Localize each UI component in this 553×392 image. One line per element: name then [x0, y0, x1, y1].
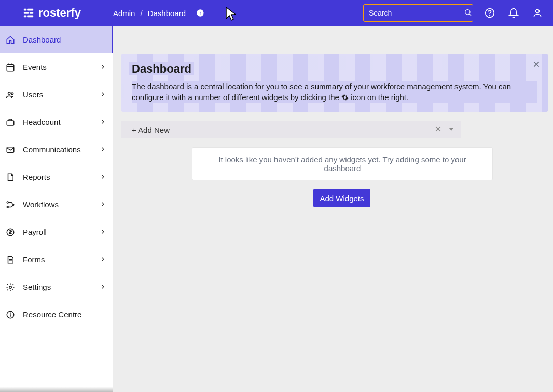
brand-name: rosterfy	[38, 6, 81, 20]
sidebar-item-label: Payroll	[23, 228, 47, 236]
global-search[interactable]	[363, 4, 473, 22]
chevron-right-icon	[100, 118, 106, 127]
svg-point-12	[536, 9, 540, 13]
user-icon[interactable]	[532, 8, 543, 18]
breadcrumb-sep: /	[140, 9, 142, 18]
main-content: Dashboard The dashboard is a central loc…	[113, 26, 553, 392]
chevron-right-icon	[100, 173, 106, 181]
bell-icon[interactable]	[508, 8, 519, 18]
svg-point-17	[8, 92, 11, 94]
svg-rect-1	[27, 9, 33, 11]
chevron-down-icon[interactable]	[447, 125, 455, 135]
sidebar-item-headcount[interactable]: Headcount	[0, 108, 113, 136]
svg-rect-4	[24, 16, 27, 18]
breadcrumb-current[interactable]: Dashboard	[148, 9, 186, 18]
sidebar-item-label: Events	[23, 63, 47, 72]
sidebar-item-communications[interactable]: Communications	[0, 136, 113, 163]
sidebar-item-label: Communications	[23, 145, 81, 154]
close-icon[interactable]	[434, 125, 442, 135]
empty-state-message: It looks like you haven't added any widg…	[192, 147, 493, 180]
sidebar-item-settings[interactable]: Settings	[0, 273, 113, 301]
info-circle-icon[interactable]: i	[196, 9, 204, 17]
file-icon	[5, 173, 16, 182]
chevron-right-icon	[100, 145, 106, 154]
svg-rect-2	[24, 12, 29, 14]
svg-point-21	[7, 202, 8, 203]
search-icon[interactable]	[464, 8, 472, 18]
calendar-icon	[5, 63, 16, 72]
dashboard-info-banner: Dashboard The dashboard is a central loc…	[121, 54, 548, 112]
chevron-right-icon	[100, 63, 106, 72]
banner-title: Dashboard	[132, 62, 191, 75]
sidebar-nav: Dashboard Events Users Headcount	[0, 26, 113, 392]
sidebar-item-forms[interactable]: Forms	[0, 246, 113, 273]
breadcrumb-root[interactable]: Admin	[113, 9, 135, 18]
banner-text: The dashboard is a central location for …	[132, 81, 537, 103]
sidebar-item-payroll[interactable]: Payroll	[0, 218, 113, 246]
chevron-right-icon	[100, 228, 106, 236]
search-input[interactable]	[369, 9, 460, 17]
svg-line-9	[469, 14, 471, 16]
sidebar-item-label: Resource Centre	[23, 310, 81, 319]
sidebar-item-users[interactable]: Users	[0, 81, 113, 108]
brand-logo[interactable]: rosterfy	[23, 6, 81, 20]
svg-point-11	[490, 16, 490, 16]
form-icon	[5, 255, 16, 264]
svg-rect-5	[27, 16, 33, 18]
svg-rect-19	[7, 121, 14, 125]
chevron-right-icon	[100, 90, 106, 99]
sidebar-item-workflows[interactable]: Workflows	[0, 191, 113, 218]
add-new-label[interactable]: + Add New	[132, 125, 170, 134]
sidebar-item-label: Headcount	[23, 118, 61, 127]
add-widgets-button[interactable]: Add Widgets	[313, 189, 370, 207]
chevron-right-icon	[100, 200, 106, 209]
gear-icon	[5, 283, 16, 292]
sidebar-item-label: Workflows	[23, 200, 59, 209]
chevron-right-icon	[100, 283, 106, 291]
svg-point-18	[11, 92, 13, 94]
svg-point-30	[10, 313, 11, 313]
mail-icon	[5, 145, 16, 155]
app-header: rosterfy Admin / Dashboard i	[0, 0, 553, 26]
svg-text:i: i	[200, 10, 201, 16]
home-icon	[5, 35, 16, 45]
breadcrumb: Admin / Dashboard i	[113, 9, 204, 18]
svg-rect-13	[7, 64, 14, 71]
dollar-icon	[5, 228, 16, 237]
gear-icon	[341, 94, 349, 101]
sidebar-item-label: Users	[23, 90, 43, 99]
header-actions	[485, 8, 543, 18]
svg-rect-3	[30, 12, 33, 14]
briefcase-icon	[5, 118, 16, 127]
svg-point-22	[7, 206, 8, 208]
svg-rect-0	[24, 9, 27, 11]
widget-section-bar: + Add New	[121, 121, 461, 138]
sidebar-item-dashboard[interactable]: Dashboard	[0, 26, 113, 53]
sidebar-item-label: Forms	[23, 255, 45, 264]
sidebar-item-events[interactable]: Events	[0, 53, 113, 81]
sidebar-item-label: Settings	[23, 283, 51, 291]
users-icon	[5, 90, 16, 100]
chevron-right-icon	[100, 255, 106, 264]
workflow-icon	[5, 200, 16, 209]
sidebar-item-label: Reports	[23, 173, 50, 181]
sidebar-item-label: Dashboard	[23, 35, 61, 44]
sidebar-item-reports[interactable]: Reports	[0, 163, 113, 191]
svg-point-23	[12, 204, 14, 205]
sidebar-item-resource-centre[interactable]: Resource Centre	[0, 301, 113, 328]
logo-mark-icon	[23, 7, 34, 19]
help-icon[interactable]	[485, 8, 495, 18]
close-icon[interactable]	[532, 60, 541, 70]
svg-point-27	[9, 286, 12, 288]
svg-point-8	[465, 9, 470, 14]
info-icon	[5, 310, 16, 319]
